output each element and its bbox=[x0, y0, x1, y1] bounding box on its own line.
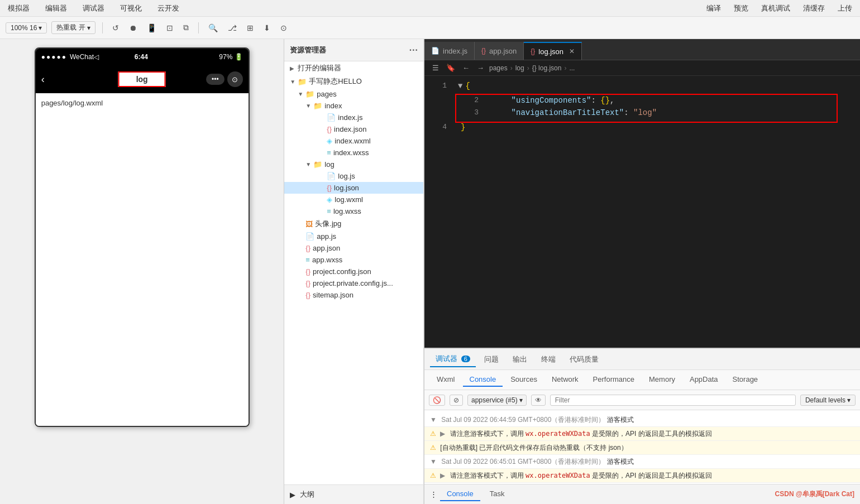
file-app-wxss[interactable]: ≡ app.wxss bbox=[284, 254, 423, 266]
devtools-tab-issues[interactable]: 问题 bbox=[479, 352, 504, 367]
devtools-tab-output[interactable]: 输出 bbox=[507, 352, 533, 367]
wxss-icon2: ≡ bbox=[327, 207, 331, 215]
line-arrow-1[interactable]: ▼ bbox=[458, 81, 462, 90]
bottom-tab-task[interactable]: Task bbox=[483, 487, 512, 501]
breadcrumb-more: ... bbox=[569, 64, 575, 72]
output-tab-label: 输出 bbox=[513, 355, 527, 363]
hot-reload-btn[interactable]: 热重载 开 ▾ bbox=[51, 21, 95, 34]
phone-record-button[interactable]: ⊙ bbox=[227, 71, 243, 87]
file-avatar-jpg[interactable]: 🖼 头像.jpg bbox=[284, 217, 423, 231]
menu-item-debugger[interactable]: 调试器 bbox=[80, 2, 107, 15]
subtab-wxml[interactable]: Wxml bbox=[430, 373, 462, 387]
console-filter-input[interactable] bbox=[550, 395, 796, 406]
subtab-appdata[interactable]: AppData bbox=[683, 373, 725, 387]
entry-expand-icon3[interactable]: ▼ bbox=[430, 458, 437, 465]
log-levels-selector[interactable]: Default levels ▾ bbox=[800, 395, 856, 406]
record-icon-btn[interactable]: ⏺ bbox=[126, 22, 140, 34]
devtools-tab-terminal[interactable]: 终端 bbox=[536, 352, 561, 367]
file-log-wxss[interactable]: ≡ log.wxss bbox=[284, 205, 423, 217]
file-app-json[interactable]: {} app.json bbox=[284, 242, 423, 254]
eye-icon-button[interactable]: 👁 bbox=[531, 395, 546, 406]
subtab-network[interactable]: Network bbox=[545, 373, 585, 387]
menu-compile[interactable]: 编译 bbox=[704, 2, 723, 15]
phone-wechat-label: WeChat◁ bbox=[70, 53, 99, 61]
devtools-tab-debugger[interactable]: 调试器 6 bbox=[430, 352, 476, 367]
breadcrumb-forward-icon[interactable]: → bbox=[475, 63, 486, 73]
tab-app-json[interactable]: {} app.json bbox=[475, 42, 524, 60]
index-folder[interactable]: ▼ 📁 index bbox=[284, 100, 423, 112]
code-editor[interactable]: 1 ▼ { 2 "usingComponents": {}, 3 bbox=[424, 76, 860, 348]
file-index-wxss[interactable]: ≡ index.wxss bbox=[284, 147, 423, 159]
project-arrow: ▼ bbox=[290, 79, 298, 85]
file-log-js[interactable]: 📄 log.js bbox=[284, 170, 423, 182]
subtab-memory[interactable]: Memory bbox=[642, 373, 682, 387]
tab-index-js[interactable]: 📄 index.js bbox=[424, 42, 475, 60]
file-index-json[interactable]: {} index.json bbox=[284, 123, 423, 135]
file-project-config[interactable]: {} project.config.json bbox=[284, 266, 423, 277]
file-sitemap-json[interactable]: {} sitemap.json bbox=[284, 289, 423, 301]
zoom-selector[interactable]: 100% 16 ▾ bbox=[6, 22, 47, 33]
subtab-sources[interactable]: Sources bbox=[504, 373, 544, 387]
menu-item-visualize[interactable]: 可视化 bbox=[118, 2, 144, 15]
devtools-tab-quality[interactable]: 代码质量 bbox=[564, 352, 604, 367]
entry-text-2b: 是受限的，API 的返回是工具的模拟返回 bbox=[590, 430, 712, 438]
editor-tabs: 📄 index.js {} app.json {} log.json ✕ bbox=[424, 39, 860, 60]
file-app-js[interactable]: 📄 app.js bbox=[284, 231, 423, 242]
menu-item-cloud[interactable]: 云开发 bbox=[155, 2, 181, 15]
wechat-icon-btn[interactable]: ⊙ bbox=[278, 22, 290, 34]
open-editors-section[interactable]: ▶ 打开的编辑器 bbox=[284, 61, 423, 75]
copy-icon-btn[interactable]: ⧉ bbox=[180, 21, 192, 34]
three-dots-icon: ⋮ bbox=[430, 490, 437, 498]
index-arrow: ▼ bbox=[305, 103, 313, 109]
breadcrumb-hamburger-icon[interactable]: ☰ bbox=[430, 63, 441, 73]
menu-item-editor[interactable]: 编辑器 bbox=[43, 2, 69, 15]
console-filter-button[interactable]: ⊘ bbox=[450, 395, 463, 406]
log-folder[interactable]: ▼ 📁 log bbox=[284, 159, 423, 170]
menu-preview[interactable]: 预览 bbox=[732, 2, 751, 15]
phone-status-bar: ●●●●● WeChat◁ 6:44 97% 🔋 bbox=[36, 49, 249, 65]
entry-expand-icon2[interactable]: ▶ bbox=[440, 430, 445, 438]
grid-icon-btn[interactable]: ⊞ bbox=[244, 22, 256, 34]
pages-folder[interactable]: ▼ 📁 pages bbox=[284, 88, 423, 100]
subtab-performance[interactable]: Performance bbox=[586, 373, 641, 387]
entry-expand-icon4[interactable]: ▶ bbox=[440, 472, 445, 479]
project-section[interactable]: ▼ 📁 手写静态HELLO bbox=[284, 75, 423, 88]
subtab-console[interactable]: Console bbox=[463, 373, 503, 387]
console-clear-button[interactable]: 🚫 bbox=[429, 395, 445, 406]
entry-expand-icon[interactable]: ▼ bbox=[430, 416, 437, 424]
outline-label[interactable]: 大纲 bbox=[295, 487, 319, 502]
phone-back-button[interactable]: ‹ bbox=[41, 74, 45, 85]
project-label: 手写静态HELLO bbox=[309, 76, 362, 87]
menu-upload[interactable]: 上传 bbox=[835, 2, 854, 15]
entry-text-5: 请注意游客模式下，调用 bbox=[450, 472, 525, 479]
file-log-wxml[interactable]: ◈ log.wxml bbox=[284, 194, 423, 205]
phone-dots-button[interactable]: ••• bbox=[206, 74, 224, 85]
breadcrumb-bookmark-icon[interactable]: 🔖 bbox=[444, 63, 457, 73]
breadcrumb-sep3: › bbox=[564, 64, 566, 72]
menu-item-simulator[interactable]: 模拟器 bbox=[6, 2, 32, 15]
file-project-private-config[interactable]: {} project.private.config.js... bbox=[284, 277, 423, 289]
service-selector[interactable]: appservice (#5) ▾ bbox=[467, 395, 527, 406]
bottom-tab-console[interactable]: Console bbox=[440, 487, 480, 501]
tab-log-json[interactable]: {} log.json ✕ bbox=[524, 42, 582, 60]
explorer-more-icon[interactable]: ⋯ bbox=[409, 45, 418, 55]
download-icon-btn[interactable]: ⬇ bbox=[261, 22, 273, 34]
phone-icon-btn[interactable]: 📱 bbox=[144, 22, 159, 34]
menu-clear-cache[interactable]: 清缓存 bbox=[801, 2, 827, 15]
outline-arrow[interactable]: ▶ bbox=[290, 491, 295, 499]
file-index-wxml[interactable]: ◈ index.wxml bbox=[284, 135, 423, 147]
subtab-storage[interactable]: Storage bbox=[726, 373, 765, 387]
refresh-icon-btn[interactable]: ↺ bbox=[109, 22, 122, 34]
code-line-1: 1 ▼ { bbox=[424, 81, 860, 94]
log-wxml-label: log.wxml bbox=[335, 195, 363, 204]
phone-signal-dots: ●●●●● bbox=[41, 53, 67, 61]
menu-real-debug[interactable]: 真机调试 bbox=[759, 2, 792, 15]
git-icon-btn[interactable]: ⎇ bbox=[225, 22, 240, 34]
file-index-js[interactable]: 📄 index.js bbox=[284, 112, 423, 123]
file-log-json[interactable]: {} log.json bbox=[284, 182, 423, 194]
search-icon-btn[interactable]: 🔍 bbox=[206, 22, 221, 34]
log-json-label: log.json bbox=[334, 184, 359, 192]
tab-close-button[interactable]: ✕ bbox=[569, 47, 575, 55]
split-icon-btn[interactable]: ⊡ bbox=[164, 22, 176, 34]
breadcrumb-back-icon[interactable]: ← bbox=[460, 63, 472, 73]
